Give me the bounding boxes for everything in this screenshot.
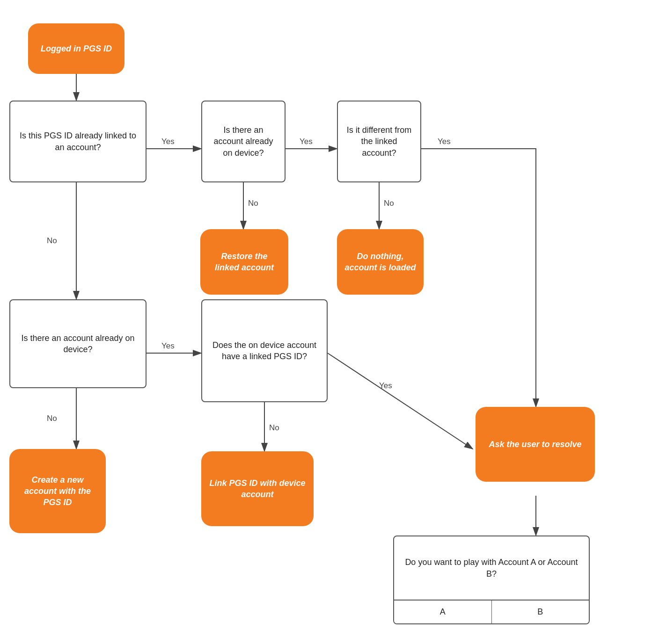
label-q5-no: No: [269, 423, 279, 432]
label-q4-yes: Yes: [161, 341, 175, 350]
label-q1-no: No: [47, 236, 57, 245]
q3-label: Is it different from the linked account?: [344, 124, 415, 159]
ask-resolve-label: Ask the user to resolve: [489, 439, 581, 450]
do-nothing-label: Do nothing, account is loaded: [344, 251, 416, 274]
node-dialog: Do you want to play with Account A or Ac…: [393, 535, 590, 624]
logged-in-label: Logged in PGS ID: [41, 43, 112, 54]
q4-label: Is there an account already on device?: [16, 333, 140, 355]
node-q1: Is this PGS ID already linked to an acco…: [9, 101, 146, 182]
label-q4-no: No: [47, 414, 57, 423]
create-new-label: Create a new account with the PGS ID: [17, 474, 98, 508]
q1-label: Is this PGS ID already linked to an acco…: [16, 130, 140, 153]
node-q2: Is there an account already on device?: [201, 101, 286, 182]
node-do-nothing: Do nothing, account is loaded: [337, 229, 424, 295]
node-link-pgs: Link PGS ID with device account: [201, 451, 314, 526]
q5-label: Does the on device account have a linked…: [208, 340, 321, 362]
node-q5: Does the on device account have a linked…: [201, 299, 328, 402]
q2-label: Is there an account already on device?: [208, 124, 279, 159]
label-q1-yes: Yes: [161, 137, 175, 146]
dialog-btn-b[interactable]: B: [492, 601, 589, 623]
label-q3-yes: Yes: [438, 137, 451, 146]
node-q3: Is it different from the linked account?: [337, 101, 421, 182]
svg-line-8: [328, 353, 473, 449]
label-q3-no: No: [384, 199, 394, 208]
dialog-buttons: A B: [394, 600, 589, 623]
node-restore: Restore the linked account: [200, 229, 288, 295]
label-q2-yes: Yes: [300, 137, 313, 146]
link-pgs-label: Link PGS ID with device account: [209, 478, 306, 500]
dialog-question: Do you want to play with Account A or Ac…: [394, 536, 589, 600]
flowchart-diagram: Yes Yes Yes No No No Yes Yes No No Logge: [0, 0, 659, 644]
label-q5-yes: Yes: [379, 381, 392, 390]
node-logged-in: Logged in PGS ID: [28, 23, 124, 74]
node-ask-resolve: Ask the user to resolve: [476, 407, 595, 482]
node-create-new: Create a new account with the PGS ID: [9, 449, 106, 533]
node-q4: Is there an account already on device?: [9, 299, 146, 388]
restore-label: Restore the linked account: [208, 251, 281, 274]
label-q2-no: No: [248, 199, 258, 208]
dialog-btn-a[interactable]: A: [394, 601, 492, 623]
